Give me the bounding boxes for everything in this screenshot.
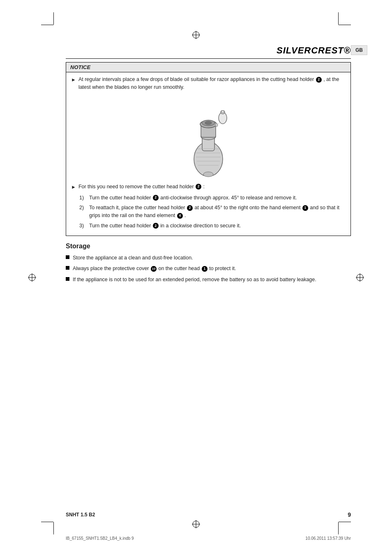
storage-text-3: If the appliance is not to be used for a…: [73, 276, 316, 284]
notice-forthis-item: ► For this you need to remove the cutter…: [71, 183, 346, 191]
reg-mark-top: [192, 31, 200, 39]
bullet-2: [66, 266, 69, 270]
badge-10-storage: 10: [151, 266, 157, 272]
footer-page: 9: [348, 511, 351, 518]
notice-step-3: 3) Turn the cutter head holder 2 in a cl…: [79, 222, 346, 230]
notice-intro-text: At regular intervals place a few drops o…: [78, 76, 346, 91]
bullet-3: [66, 277, 69, 281]
step-2-num: 2): [79, 204, 89, 212]
arrow-bullet-intro: ►: [71, 76, 76, 83]
step-3-num: 3): [79, 222, 89, 230]
svg-point-22: [215, 123, 218, 127]
badge-1-step2: 1: [302, 205, 308, 211]
notice-step-1: 1) Turn the cutter head holder 2 anti-cl…: [79, 194, 346, 202]
page: GB SILVERCREST® NOTICE ► At regular inte…: [0, 0, 392, 555]
crop-mark-tl-v: [53, 12, 54, 25]
notice-step-2: 2) To reattach it, place the cutter head…: [79, 204, 346, 220]
badge-2-intro: 2: [316, 77, 322, 83]
badge-2-step1: 2: [153, 195, 159, 201]
storage-text-2: Always place the protective cover 10 on …: [73, 265, 236, 273]
brand-name: SILVERCREST®: [66, 45, 351, 59]
content-area: SILVERCREST® NOTICE ► At regular interva…: [66, 45, 351, 514]
shaver-illustration: [71, 95, 346, 179]
storage-item-1: Store the appliance at a clean and dust-…: [66, 254, 351, 262]
crop-mark-bl-v: [53, 522, 54, 534]
gb-tab: GB: [351, 45, 367, 55]
crop-mark-tl-h: [41, 25, 53, 25]
storage-item-3: If the appliance is not to be used for a…: [66, 276, 351, 284]
badge-2-step2: 2: [187, 205, 193, 211]
crop-mark-br-v: [338, 522, 339, 534]
file-info-right: 10.06.2011 13:57:39 Uhr: [305, 536, 351, 541]
storage-item-2: Always place the protective cover 10 on …: [66, 265, 351, 273]
svg-rect-21: [221, 111, 224, 113]
shaver-svg: [175, 95, 241, 178]
file-info-left: IB_67155_SNHT1.5B2_LB4_k.indb 9: [66, 536, 134, 541]
crop-mark-tr-h: [339, 25, 351, 25]
reg-mark-right: [356, 273, 364, 282]
crop-mark-br-h: [339, 522, 351, 522]
notice-intro-item: ► At regular intervals place a few drops…: [71, 76, 346, 91]
storage-text-1: Store the appliance at a clean and dust-…: [73, 254, 193, 262]
footer: SNHT 1.5 B2 9: [66, 511, 351, 518]
arrow-bullet-forthis: ►: [71, 183, 76, 191]
svg-point-18: [205, 121, 212, 125]
svg-line-23: [217, 122, 221, 124]
reg-mark-left: [28, 273, 36, 282]
bullet-1: [66, 255, 69, 259]
svg-point-29: [203, 172, 213, 177]
step-2-text: To reattach it, place the cutter head ho…: [89, 204, 346, 220]
step-3-text: Turn the cutter head holder 2 in a clock…: [89, 222, 241, 230]
notice-header: NOTICE: [66, 62, 350, 72]
storage-title: Storage: [66, 243, 351, 250]
step-1-text: Turn the cutter head holder 2 anti-clock…: [89, 194, 297, 202]
badge-1-storage: 1: [202, 266, 208, 272]
badge-4-step2: 4: [177, 213, 183, 219]
reg-mark-bottom: [192, 520, 200, 528]
notice-box: NOTICE ► At regular intervals place a fe…: [66, 62, 351, 236]
storage-section: Storage Store the appliance at a clean a…: [66, 243, 351, 284]
badge-2-forthis: 2: [196, 184, 201, 190]
crop-mark-bl-h: [41, 522, 53, 522]
step-1-num: 1): [79, 194, 89, 202]
crop-mark-tr-v: [338, 12, 339, 25]
notice-forthis-text: For this you need to remove the cutter h…: [78, 183, 205, 191]
file-info: IB_67155_SNHT1.5B2_LB4_k.indb 9 10.06.20…: [66, 536, 351, 541]
badge-2-step3: 2: [153, 223, 159, 229]
notice-content: ► At regular intervals place a few drops…: [66, 72, 350, 236]
footer-model: SNHT 1.5 B2: [66, 512, 95, 518]
